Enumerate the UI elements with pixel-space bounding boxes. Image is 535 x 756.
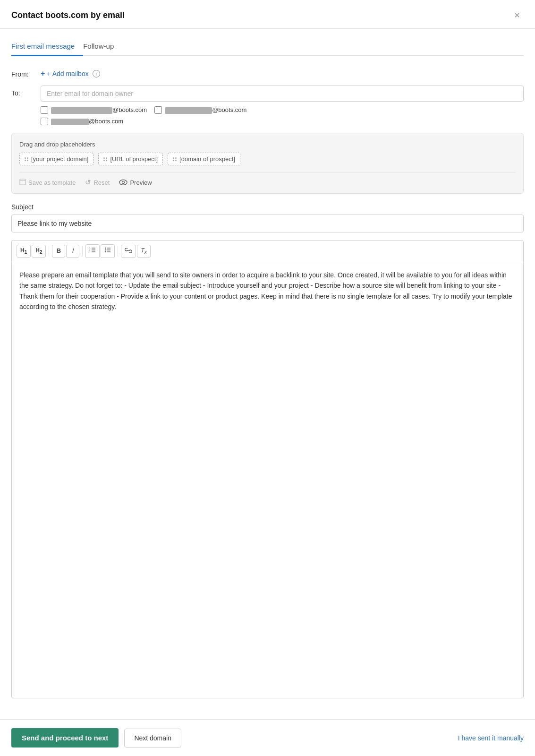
checkbox-item-2: @boots.com bbox=[154, 106, 246, 114]
svg-point-14 bbox=[105, 249, 106, 250]
toolbar-h2-button[interactable]: H2 bbox=[32, 245, 46, 258]
save-template-label: Save as template bbox=[28, 179, 76, 186]
preview-icon bbox=[119, 179, 127, 187]
add-mailbox-label: + Add mailbox bbox=[47, 70, 88, 77]
drag-icon-2 bbox=[103, 157, 107, 161]
from-label: From: bbox=[11, 67, 35, 78]
toolbar-link-button[interactable] bbox=[121, 245, 136, 258]
info-icon[interactable]: i bbox=[93, 70, 100, 77]
modal-title: Contact boots.com by email bbox=[11, 10, 125, 20]
svg-point-15 bbox=[105, 251, 106, 252]
email-redacted-2 bbox=[165, 107, 212, 114]
from-row: From: + + Add mailbox i bbox=[11, 67, 524, 78]
toolbar-h1-button[interactable]: H1 bbox=[17, 245, 31, 258]
email-checkbox-2[interactable] bbox=[154, 106, 162, 114]
placeholder-tag-2[interactable]: [URL of prospect] bbox=[98, 153, 163, 165]
close-button[interactable]: × bbox=[510, 9, 524, 22]
email-redacted-3 bbox=[51, 119, 89, 125]
placeholder-tag-1[interactable]: [your project domain] bbox=[19, 153, 93, 165]
toolbar-bold-button[interactable]: B bbox=[52, 245, 65, 258]
placeholder-label-3: [domain of prospect] bbox=[179, 155, 235, 163]
reset-label: Reset bbox=[93, 179, 110, 186]
subject-label: Subject bbox=[11, 203, 524, 211]
email-checkboxes: @boots.com @boots.com bbox=[41, 106, 524, 125]
toolbar-sep-1 bbox=[49, 246, 49, 256]
editor-toolbar: H1 H2 B I 123 Tx bbox=[12, 241, 523, 262]
email-item-2: @boots.com bbox=[165, 106, 246, 114]
to-content: @boots.com @boots.com bbox=[41, 86, 524, 125]
plus-icon: + bbox=[41, 69, 45, 78]
reset-icon: ↺ bbox=[85, 178, 91, 187]
email-checkbox-row-1: @boots.com @boots.com bbox=[41, 106, 524, 114]
modal-body: First email message Follow-up From: + + … bbox=[0, 29, 535, 719]
checkbox-item-3: @boots.com bbox=[41, 118, 123, 125]
email-item-3: @boots.com bbox=[51, 118, 123, 125]
svg-point-13 bbox=[105, 248, 106, 249]
placeholder-tag-3[interactable]: [domain of prospect] bbox=[168, 153, 240, 165]
editor-content[interactable]: Please prepare an email template that yo… bbox=[12, 262, 523, 432]
sent-manually-link[interactable]: I have sent it manually bbox=[458, 734, 524, 742]
email-checkbox-row-2: @boots.com bbox=[41, 118, 524, 125]
toolbar-sep-2 bbox=[82, 246, 83, 256]
footer-left: Send and proceed to next Next domain bbox=[11, 728, 181, 747]
svg-point-2 bbox=[119, 180, 127, 185]
toolbar-sep-3 bbox=[118, 246, 118, 256]
email-item-1: @boots.com bbox=[51, 106, 147, 114]
email-checkbox-3[interactable] bbox=[41, 118, 48, 125]
send-proceed-button[interactable]: Send and proceed to next bbox=[11, 728, 119, 747]
save-template-icon bbox=[19, 179, 26, 187]
svg-rect-0 bbox=[20, 179, 25, 185]
editor-wrapper: H1 H2 B I 123 Tx Please prepare an email… bbox=[11, 240, 524, 698]
contact-modal: Contact boots.com by email × First email… bbox=[0, 0, 535, 756]
placeholder-label-2: [URL of prospect] bbox=[110, 155, 158, 163]
placeholder-tags: [your project domain] [URL of prospect] … bbox=[19, 153, 516, 165]
email-input[interactable] bbox=[41, 86, 524, 102]
reset-button[interactable]: ↺ Reset bbox=[85, 178, 110, 187]
placeholder-box: Drag and drop placeholders [your project… bbox=[11, 133, 524, 194]
svg-text:3: 3 bbox=[89, 250, 91, 253]
tabs-container: First email message Follow-up bbox=[11, 38, 524, 56]
svg-point-3 bbox=[122, 181, 125, 183]
subject-input[interactable] bbox=[11, 215, 524, 232]
tab-first-email[interactable]: First email message bbox=[11, 38, 83, 56]
email-redacted-1 bbox=[51, 107, 112, 114]
to-row: To: @boots.com @bo bbox=[11, 86, 524, 125]
to-label: To: bbox=[11, 86, 35, 97]
tab-followup[interactable]: Follow-up bbox=[83, 38, 122, 56]
drag-icon-1 bbox=[25, 157, 28, 161]
divider bbox=[19, 172, 516, 172]
toolbar-ul-button[interactable] bbox=[101, 244, 115, 258]
save-template-button[interactable]: Save as template bbox=[19, 179, 76, 187]
placeholder-label-1: [your project domain] bbox=[31, 155, 88, 163]
next-domain-button[interactable]: Next domain bbox=[124, 729, 181, 747]
placeholder-title: Drag and drop placeholders bbox=[19, 141, 516, 148]
toolbar-italic-button[interactable]: I bbox=[66, 245, 79, 258]
drag-icon-3 bbox=[173, 157, 177, 161]
add-mailbox-button[interactable]: + + Add mailbox i bbox=[41, 67, 524, 78]
preview-label: Preview bbox=[130, 179, 152, 186]
email-checkbox-1[interactable] bbox=[41, 106, 48, 114]
preview-button[interactable]: Preview bbox=[119, 179, 152, 187]
toolbar-clear-button[interactable]: Tx bbox=[137, 245, 150, 258]
toolbar-ol-button[interactable]: 123 bbox=[85, 244, 100, 258]
from-content: + + Add mailbox i bbox=[41, 67, 524, 78]
modal-footer: Send and proceed to next Next domain I h… bbox=[0, 719, 535, 756]
template-actions: Save as template ↺ Reset Preview bbox=[19, 178, 516, 187]
modal-header: Contact boots.com by email × bbox=[0, 0, 535, 29]
checkbox-item-1: @boots.com bbox=[41, 106, 147, 114]
subject-section: Subject bbox=[11, 203, 524, 240]
